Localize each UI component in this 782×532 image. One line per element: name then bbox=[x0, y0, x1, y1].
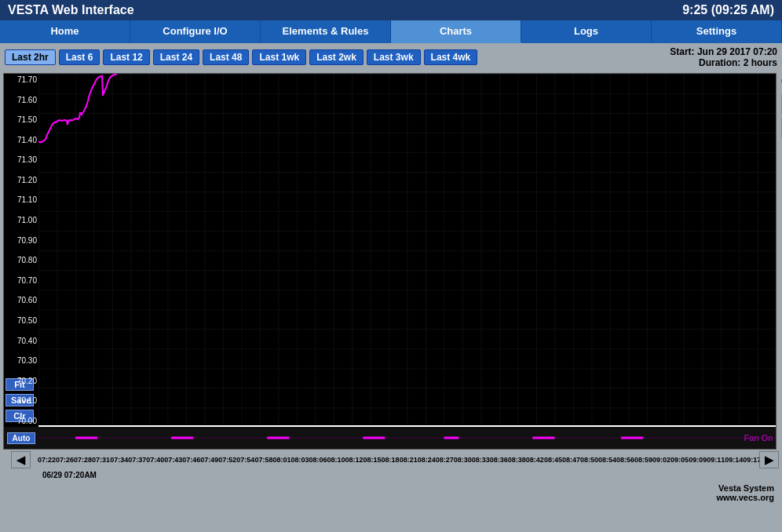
y-label: 71.20 bbox=[4, 176, 37, 184]
y-label: 71.10 bbox=[4, 195, 37, 204]
x-label: 07:34 bbox=[110, 456, 128, 465]
fan-line-svg bbox=[38, 427, 776, 449]
footer-line2: www.vecs.org bbox=[8, 493, 774, 502]
start-info: Start: Jun 29 2017 07:20Duration: 2 hour… bbox=[670, 46, 777, 68]
y-label: 70.30 bbox=[4, 356, 37, 365]
x-label: 08:03 bbox=[291, 456, 309, 465]
y-label: 71.00 bbox=[4, 216, 37, 224]
y-label: 70.90 bbox=[4, 236, 37, 245]
nav-item-logs[interactable]: Logs bbox=[521, 20, 652, 43]
xaxis-container: ◀ 07:2207:2607:2807:3107:3407:3707:4007:… bbox=[3, 450, 777, 470]
x-label: 07:46 bbox=[182, 456, 200, 465]
x-label: 07:49 bbox=[200, 456, 218, 465]
auto-button[interactable]: Auto bbox=[4, 427, 38, 449]
x-label: 08:33 bbox=[472, 456, 490, 465]
duration-line: Duration: 2 hours bbox=[699, 57, 777, 68]
chart-area: 71.70 71.60 71.50 71.40 71.30 71.20 71.1… bbox=[3, 73, 777, 450]
x-label: 08:24 bbox=[418, 456, 436, 465]
time-btn-last1wk[interactable]: Last 1wk bbox=[252, 49, 306, 65]
nav-item-elements--rules[interactable]: Elements & Rules bbox=[261, 20, 391, 43]
current-time: 9:25 (09:25 AM) bbox=[682, 3, 774, 17]
x-label: 08:21 bbox=[400, 456, 418, 465]
time-btn-last6[interactable]: Last 6 bbox=[59, 49, 100, 65]
y-label: 70.40 bbox=[4, 337, 37, 345]
x-label: 08:27 bbox=[436, 456, 454, 465]
x-label: 07:22 bbox=[38, 456, 56, 465]
left-arrow[interactable]: ◀ bbox=[11, 451, 31, 468]
date-label: 06/29 07:20AM bbox=[42, 471, 97, 479]
x-label: 07:54 bbox=[236, 456, 254, 465]
time-btn-last48[interactable]: Last 48 bbox=[203, 49, 249, 65]
x-label: 07:58 bbox=[254, 456, 272, 465]
time-btn-last4wk[interactable]: Last 4wk bbox=[424, 49, 478, 65]
y-label: 70.80 bbox=[4, 256, 37, 264]
time-btn-last12[interactable]: Last 12 bbox=[103, 49, 149, 65]
x-label: 08:12 bbox=[345, 456, 364, 465]
header: VESTA Web Interface 9:25 (09:25 AM) bbox=[0, 0, 782, 20]
time-btn-last3wk[interactable]: Last 3wk bbox=[367, 49, 421, 65]
baseline-line bbox=[38, 425, 776, 427]
x-label: 08:42 bbox=[526, 456, 544, 465]
chart-svg bbox=[38, 74, 776, 427]
x-label: 09:14 bbox=[725, 456, 743, 465]
y-label: 71.50 bbox=[4, 115, 37, 124]
time-btn-last24[interactable]: Last 24 bbox=[153, 49, 199, 65]
y-label: 71.70 bbox=[4, 75, 37, 84]
x-label: 07:28 bbox=[74, 456, 92, 465]
x-label: 08:36 bbox=[490, 456, 508, 465]
y-label: 70.50 bbox=[4, 316, 37, 325]
x-label: 08:54 bbox=[598, 456, 616, 465]
x-label: 07:43 bbox=[164, 456, 182, 465]
app-title: VESTA Web Interface bbox=[8, 3, 134, 17]
x-label: 08:06 bbox=[309, 456, 327, 465]
y-label: 70.00 bbox=[4, 417, 37, 425]
y-label: 70.10 bbox=[4, 396, 37, 405]
x-label: 07:52 bbox=[218, 456, 236, 465]
y-label: 71.60 bbox=[4, 96, 37, 104]
footer-line1: Vesta System bbox=[8, 483, 774, 493]
x-label: 08:59 bbox=[634, 456, 652, 465]
x-label: 08:47 bbox=[562, 456, 580, 465]
x-label: 09:05 bbox=[671, 456, 689, 465]
fan-label: Fan On bbox=[744, 433, 773, 443]
x-label: 08:56 bbox=[616, 456, 634, 465]
fan-on-row: Auto Fan On bbox=[4, 427, 776, 449]
footer: Vesta System www.vecs.org bbox=[0, 482, 782, 504]
y-label: 71.40 bbox=[4, 136, 37, 144]
y-label: 70.60 bbox=[4, 296, 37, 304]
svg-rect-4 bbox=[38, 74, 776, 427]
nav-item-settings[interactable]: Settings bbox=[652, 20, 782, 43]
x-label: 08:18 bbox=[382, 456, 400, 465]
date-label-row: 06/29 07:20AM bbox=[3, 470, 777, 480]
y-label: 71.30 bbox=[4, 155, 37, 164]
x-label: 08:01 bbox=[272, 456, 291, 465]
start-line1: Start: Jun 29 2017 07:20 bbox=[670, 46, 777, 57]
nav-bar: HomeConfigure I/OElements & RulesChartsL… bbox=[0, 20, 782, 43]
nav-item-home[interactable]: Home bbox=[0, 20, 130, 43]
x-label: 09:02 bbox=[652, 456, 671, 465]
x-label: 08:50 bbox=[580, 456, 598, 465]
nav-item-configure-io[interactable]: Configure I/O bbox=[130, 20, 261, 43]
time-bar: Last 2hrLast 6Last 12Last 24Last 48Last … bbox=[0, 43, 782, 71]
y-label: 70.20 bbox=[4, 377, 37, 385]
x-label: 09:11 bbox=[707, 456, 725, 465]
x-label: 08:10 bbox=[327, 456, 345, 465]
x-label: 08:15 bbox=[364, 456, 382, 465]
right-arrow[interactable]: ▶ bbox=[759, 451, 779, 468]
x-label: 09:09 bbox=[689, 456, 707, 465]
x-label: 07:37 bbox=[128, 456, 146, 465]
x-label: 08:45 bbox=[544, 456, 562, 465]
x-label: 08:30 bbox=[454, 456, 472, 465]
xaxis-labels: 07:2207:2607:2807:3107:3407:3707:4007:43… bbox=[38, 456, 761, 465]
x-label: 07:26 bbox=[56, 456, 74, 465]
x-label: 08:38 bbox=[508, 456, 526, 465]
x-label: 07:40 bbox=[146, 456, 164, 465]
y-label: 70.70 bbox=[4, 276, 37, 285]
x-label: 07:31 bbox=[92, 456, 110, 465]
nav-item-charts[interactable]: Charts bbox=[391, 20, 521, 43]
time-btn-last2hr[interactable]: Last 2hr bbox=[5, 49, 56, 65]
time-btn-last2wk[interactable]: Last 2wk bbox=[309, 49, 364, 65]
